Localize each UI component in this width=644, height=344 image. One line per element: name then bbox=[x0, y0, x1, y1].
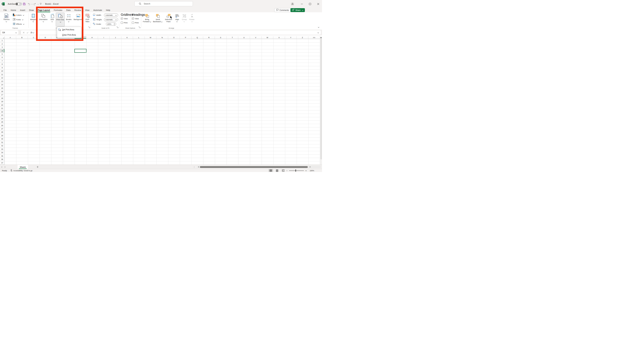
column-header-P[interactable]: P bbox=[180, 36, 192, 39]
effects-button[interactable]: Effects bbox=[13, 22, 24, 26]
column-header-X[interactable]: X bbox=[273, 36, 285, 39]
page-setup-dialog-launcher-icon[interactable] bbox=[88, 25, 90, 29]
bring-forward-button[interactable]: Bring Forward bbox=[142, 13, 152, 27]
tab-data[interactable]: Data bbox=[64, 8, 72, 12]
row-header-10[interactable]: 10 bbox=[0, 69, 4, 73]
row-header-11[interactable]: 11 bbox=[0, 73, 4, 76]
account-button[interactable] bbox=[288, 0, 296, 8]
horizontal-scrollbar-thumb[interactable] bbox=[200, 166, 308, 168]
quick-access-options-icon[interactable] bbox=[40, 0, 42, 8]
horizontal-scrollbar[interactable] bbox=[197, 166, 321, 168]
row-header-35[interactable]: 35 bbox=[0, 154, 4, 158]
scroll-right-arrow-icon[interactable] bbox=[310, 166, 311, 168]
row-header-23[interactable]: 23 bbox=[0, 114, 4, 117]
fonts-button[interactable]: Fonts bbox=[13, 17, 24, 22]
row-header-26[interactable]: 26 bbox=[0, 124, 4, 127]
share-button[interactable]: Share #share-btn .cv::before{border-colo… bbox=[290, 8, 305, 12]
tab-home[interactable]: Home bbox=[9, 8, 18, 12]
autosave-toggle[interactable]: Off bbox=[16, 0, 22, 8]
orientation-button[interactable]: Orientation bbox=[38, 13, 49, 27]
page-layout-view-button[interactable] bbox=[275, 169, 279, 172]
column-header-D[interactable]: D bbox=[40, 36, 51, 39]
column-header-W[interactable]: W bbox=[262, 36, 273, 39]
print-titles-button[interactable]: Print Titles bbox=[84, 13, 91, 27]
column-header-L[interactable]: L bbox=[133, 36, 145, 39]
close-button[interactable] bbox=[314, 0, 322, 8]
row-header-28[interactable]: 28 bbox=[0, 131, 4, 134]
zoom-slider[interactable] bbox=[289, 171, 304, 171]
row-header-3[interactable]: 3 bbox=[0, 46, 4, 49]
headings-view-checkbox[interactable]: ✓ View bbox=[132, 16, 141, 21]
themes-button[interactable]: Aa Themes bbox=[2, 13, 11, 27]
zoom-out-button[interactable]: − bbox=[286, 169, 288, 172]
tab-view[interactable]: View bbox=[83, 8, 92, 12]
column-header-A[interactable]: A bbox=[4, 36, 16, 39]
row-header-7[interactable]: 7 bbox=[0, 59, 4, 63]
sheet-bar-options-icon[interactable]: ⋮ bbox=[193, 165, 195, 169]
comments-button[interactable]: Comments bbox=[274, 8, 291, 12]
redo-dropdown-chevron-icon[interactable] bbox=[37, 0, 39, 8]
print-area-button[interactable]: Print Area bbox=[56, 13, 65, 27]
zoom-slider-handle[interactable] bbox=[295, 170, 296, 172]
column-header-C[interactable]: C bbox=[28, 36, 40, 39]
page-break-preview-button[interactable] bbox=[281, 169, 286, 172]
row-header-31[interactable]: 31 bbox=[0, 141, 4, 144]
zoom-level[interactable]: 100% bbox=[310, 169, 314, 172]
insert-function-icon[interactable]: fx bbox=[30, 31, 32, 34]
zoom-in-button[interactable]: + bbox=[305, 169, 308, 172]
previous-sheet-button[interactable] bbox=[1, 165, 2, 169]
tab-review[interactable]: Review bbox=[72, 8, 83, 12]
column-header-K[interactable]: K bbox=[121, 36, 133, 39]
row-header-4[interactable]: 4 bbox=[0, 49, 4, 52]
column-header-H[interactable]: H bbox=[86, 36, 98, 39]
row-header-13[interactable]: 13 bbox=[0, 80, 4, 83]
sheet-options-dialog-launcher-icon[interactable] bbox=[139, 25, 140, 29]
size-button[interactable]: Size bbox=[49, 13, 56, 27]
align-button[interactable]: Align bbox=[174, 13, 180, 27]
column-header-O[interactable]: O bbox=[168, 36, 180, 39]
minimize-button[interactable] bbox=[298, 0, 306, 8]
fill-handle[interactable] bbox=[86, 52, 87, 53]
column-header-T[interactable]: T bbox=[226, 36, 238, 39]
tab-automate[interactable]: Automate bbox=[91, 8, 104, 12]
redo-button[interactable] bbox=[34, 0, 36, 8]
selected-cell[interactable] bbox=[74, 49, 86, 52]
row-header-17[interactable]: 17 bbox=[0, 93, 4, 97]
colors-button[interactable]: Colors bbox=[13, 13, 24, 17]
row-header-16[interactable]: 16 bbox=[0, 90, 4, 93]
tab-draw[interactable]: Draw bbox=[27, 8, 36, 12]
height-dropdown[interactable]: Automatic bbox=[104, 18, 118, 21]
column-header-V[interactable]: V bbox=[250, 36, 262, 39]
column-header-Z[interactable]: Z bbox=[297, 36, 308, 39]
row-header-36[interactable]: 36 bbox=[0, 158, 4, 161]
row-header-37[interactable]: 37 bbox=[0, 161, 4, 165]
row-header-33[interactable]: 33 bbox=[0, 148, 4, 151]
row-header-32[interactable]: 32 bbox=[0, 144, 4, 148]
row-header-30[interactable]: 30 bbox=[0, 137, 4, 141]
column-header-Y[interactable]: Y bbox=[285, 36, 297, 39]
row-header-24[interactable]: 24 bbox=[0, 117, 4, 120]
menu-item-clear-print-area[interactable]: Clear Print Area bbox=[57, 32, 82, 37]
expand-formula-bar-chevron-icon[interactable] bbox=[317, 32, 319, 33]
save-button[interactable] bbox=[23, 0, 26, 8]
row-header-6[interactable]: 6 bbox=[0, 56, 4, 59]
menu-item-set-print-area[interactable]: Set Print Area bbox=[57, 27, 82, 32]
row-header-15[interactable]: 15 bbox=[0, 86, 4, 90]
headings-print-checkbox[interactable]: Print bbox=[132, 21, 141, 25]
background-button[interactable]: Background bbox=[73, 13, 84, 27]
row-header-34[interactable]: 34 bbox=[0, 151, 4, 154]
tab-page-layout[interactable]: Page Layout bbox=[36, 8, 52, 12]
row-header-19[interactable]: 19 bbox=[0, 100, 4, 103]
row-header-18[interactable]: 18 bbox=[0, 97, 4, 100]
enter-icon[interactable] bbox=[26, 32, 28, 33]
selection-pane-button[interactable]: Selection Pane bbox=[164, 13, 174, 27]
column-header-U[interactable]: U bbox=[238, 36, 250, 39]
row-header-2[interactable]: 2 bbox=[0, 42, 4, 45]
accessibility-status[interactable]: Accessibility: Good to go bbox=[10, 169, 32, 172]
cells-area[interactable] bbox=[4, 39, 320, 165]
tab-file[interactable]: File bbox=[2, 8, 9, 12]
row-header-20[interactable]: 20 bbox=[0, 104, 4, 107]
name-box[interactable]: G4 bbox=[1, 30, 18, 35]
row-header-14[interactable]: 14 bbox=[0, 83, 4, 86]
row-header-29[interactable]: 29 bbox=[0, 134, 4, 137]
